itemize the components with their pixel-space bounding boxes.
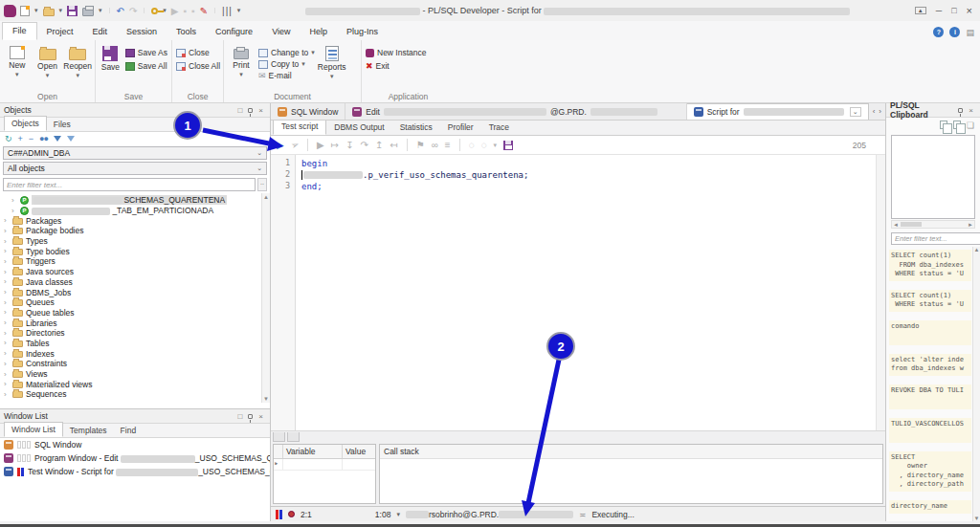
pin-icon[interactable] bbox=[248, 108, 253, 113]
tab-trace[interactable]: Trace bbox=[481, 121, 517, 135]
copy-icon[interactable] bbox=[940, 121, 947, 129]
clipboard-item[interactable]: SELECT owner , directory_name , director… bbox=[889, 451, 971, 492]
window-list-item-test[interactable]: Test Window - Script for _USO_SCHEMAS_Q bbox=[0, 465, 270, 478]
step-into-icon[interactable]: ↧ bbox=[345, 140, 353, 150]
stop-debugger-icon[interactable]: ↤ bbox=[390, 140, 397, 150]
save-as-button[interactable]: Save As bbox=[125, 48, 167, 57]
expand-arrow-icon[interactable]: › bbox=[11, 207, 17, 215]
binoculars-icon[interactable]: ●● bbox=[39, 134, 48, 143]
ribbon-display-icon[interactable]: ▤ bbox=[966, 28, 974, 37]
tab-dropdown-icon[interactable]: ⌄ bbox=[850, 107, 861, 117]
tree-item-procedure[interactable]: › P SCHEMAS_QUARENTENA bbox=[0, 195, 270, 206]
expand-icon[interactable]: + bbox=[18, 134, 23, 143]
clipboard-item[interactable]: REVOKE DBA TO TULI bbox=[889, 384, 971, 409]
execute-icon[interactable]: ▶ bbox=[171, 6, 179, 16]
tree-item-folder[interactable]: ›Libraries bbox=[0, 318, 270, 328]
change-to-button[interactable]: Change to▾ bbox=[258, 48, 315, 57]
reopen-button[interactable]: Reopen▾ bbox=[62, 44, 93, 79]
step-over-icon[interactable]: ↷ bbox=[361, 140, 368, 150]
close-button[interactable]: Close bbox=[176, 48, 220, 57]
clipboard-item[interactable]: SELECT count(1) FROM dba_indexes WHERE s… bbox=[889, 250, 971, 281]
new-button[interactable]: New▾ bbox=[2, 44, 33, 78]
clipboard-scrollbar[interactable]: ▲▼ bbox=[972, 247, 980, 521]
paste-icon[interactable] bbox=[953, 121, 961, 129]
code-editor[interactable]: 1 2 3 begin .p_verif_uso_schemas_quarent… bbox=[271, 155, 885, 430]
menu-edit[interactable]: Edit bbox=[83, 24, 118, 40]
open-folder-icon[interactable] bbox=[43, 9, 55, 16]
save-icon[interactable] bbox=[67, 6, 78, 16]
search-icon[interactable]: ◌ bbox=[469, 140, 475, 150]
tree-item-folder[interactable]: ›Triggers bbox=[0, 256, 270, 267]
code-text[interactable]: begin .p_verif_uso_schemas_quarentena; e… bbox=[296, 155, 876, 430]
minimize-icon[interactable]: ─ bbox=[936, 6, 942, 15]
tree-item-folder[interactable]: ›Packages bbox=[0, 215, 270, 226]
tab-files[interactable]: Files bbox=[47, 118, 78, 131]
window-list-item-sql[interactable]: SQL Window bbox=[0, 438, 270, 451]
tree-item-procedure[interactable]: › P _TAB_EM_PARTICIONADA bbox=[0, 206, 270, 216]
clipboard-item[interactable]: TULIO_VASCONCELLOS bbox=[889, 418, 971, 443]
tree-item-folder[interactable]: ›Type bodies bbox=[0, 246, 270, 256]
open-button[interactable]: Open▾ bbox=[33, 44, 63, 79]
clipboard-filter-input[interactable] bbox=[891, 232, 980, 245]
chevron-down-icon[interactable]: ▾ bbox=[34, 7, 38, 14]
chevron-down-icon[interactable]: ▾ bbox=[99, 7, 102, 14]
tab-find[interactable]: Find bbox=[114, 424, 144, 437]
info-icon[interactable]: i bbox=[949, 27, 960, 37]
reports-button[interactable]: Reports▾ bbox=[317, 44, 347, 80]
tree-item-folder[interactable]: ›Queue tables bbox=[0, 308, 270, 318]
object-filter-select[interactable]: All objects⌄ bbox=[3, 162, 267, 175]
tab-statistics[interactable]: Statistics bbox=[392, 121, 440, 135]
rollback-icon[interactable]: ▪ bbox=[191, 6, 195, 16]
start-debugger-icon[interactable]: ▶ bbox=[317, 140, 324, 150]
menu-view[interactable]: View bbox=[262, 24, 300, 40]
menu-configure[interactable]: Configure bbox=[206, 24, 262, 40]
editor-scrollbar[interactable] bbox=[876, 155, 885, 430]
tab-dbms-output[interactable]: DBMS Output bbox=[326, 121, 391, 135]
tab-objects[interactable]: Objects bbox=[4, 116, 47, 131]
variable-column-header[interactable]: Variable bbox=[283, 445, 343, 458]
tree-item-folder[interactable]: ›Package bodies bbox=[0, 226, 270, 236]
clipboard-item[interactable]: select 'alter inde from dba_indexes w bbox=[889, 354, 971, 376]
tree-item-folder[interactable]: ›Java classes bbox=[0, 277, 270, 288]
menu-plugins[interactable]: Plug-Ins bbox=[337, 24, 388, 40]
clipboard-item[interactable]: comando bbox=[889, 320, 971, 345]
call-stack-icon[interactable]: ≡ bbox=[445, 140, 451, 150]
tab-scroll-right-icon[interactable]: › bbox=[879, 107, 881, 116]
tree-item-folder[interactable]: ›Indexes bbox=[0, 348, 270, 359]
watch-icon[interactable]: ∞ bbox=[432, 140, 438, 150]
customize-toolbar-icon[interactable]: ▾ bbox=[237, 7, 241, 14]
tab-test-script[interactable]: Test script bbox=[273, 119, 326, 135]
execute-test-icon[interactable]: ▶ bbox=[277, 140, 284, 150]
close-icon[interactable]: × bbox=[966, 106, 976, 115]
tab-sql-window[interactable]: SQL Window bbox=[271, 103, 345, 120]
save-script-icon[interactable] bbox=[503, 141, 513, 150]
window-list-item-program[interactable]: Program Window - Edit _USO_SCHEMAS_Q bbox=[0, 451, 270, 465]
menu-session[interactable]: Session bbox=[117, 24, 167, 40]
expand-arrow-icon[interactable]: › bbox=[11, 196, 17, 205]
refresh-icon[interactable]: ↻ bbox=[5, 134, 12, 143]
maximize-icon[interactable]: □ bbox=[951, 6, 956, 15]
options-icon[interactable]: ❏ bbox=[967, 121, 974, 130]
close-icon[interactable]: × bbox=[256, 412, 266, 421]
redo-icon[interactable]: ↷ bbox=[129, 6, 137, 16]
email-button[interactable]: ✉E-mail bbox=[258, 71, 315, 80]
break-icon[interactable]: ➢ bbox=[289, 139, 301, 151]
filter-options-button[interactable]: .. bbox=[257, 178, 267, 191]
tab-script-for[interactable]: Script for ⌄ bbox=[687, 103, 869, 120]
pin-icon[interactable] bbox=[958, 108, 963, 113]
commit-icon[interactable]: ▪ bbox=[184, 6, 188, 16]
find-next-icon[interactable]: ◌ bbox=[481, 140, 487, 150]
tab-edit-program[interactable]: Edit @G.PRD. bbox=[345, 103, 686, 120]
objects-filter-input[interactable] bbox=[3, 178, 256, 191]
menu-file[interactable]: File bbox=[2, 22, 37, 40]
clipboard-item[interactable]: SELECT count(1) WHERE status = 'U bbox=[889, 290, 971, 312]
chevron-down-icon[interactable]: ▾ bbox=[59, 7, 63, 14]
ribbon-collapse-icon[interactable]: ▲ bbox=[915, 7, 926, 14]
step-out-icon[interactable]: ↥ bbox=[375, 140, 383, 150]
logon-key-icon[interactable] bbox=[151, 8, 158, 14]
tree-item-folder[interactable]: ›Queues bbox=[0, 297, 270, 308]
tab-window-list[interactable]: Window List bbox=[4, 422, 63, 437]
tab-profiler[interactable]: Profiler bbox=[440, 121, 481, 135]
toggle-breakpoint-icon[interactable]: ⚑ bbox=[416, 140, 425, 150]
float-icon[interactable]: □ bbox=[234, 412, 245, 421]
